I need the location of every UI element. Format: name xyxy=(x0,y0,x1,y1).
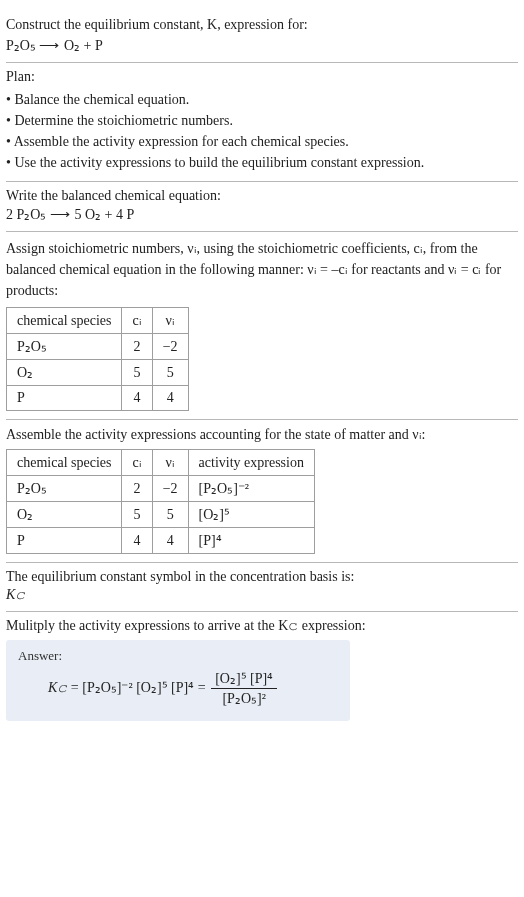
col-ci: cᵢ xyxy=(122,450,152,476)
basis-section: The equilibrium constant symbol in the c… xyxy=(6,563,518,612)
cell-activity: [O₂]⁵ xyxy=(188,502,314,528)
plan-item: • Use the activity expressions to build … xyxy=(6,152,518,173)
fraction-denominator: [P₂O₅]² xyxy=(211,689,277,707)
balanced-rhs: 5 O₂ + 4 P xyxy=(74,207,134,222)
intro-eq-rhs: O₂ + P xyxy=(64,38,103,53)
answer-expression: K𝚌 = [P₂O₅]⁻² [O₂]⁵ [P]⁴ = [O₂]⁵ [P]⁴ [P… xyxy=(18,670,338,707)
cell-ci: 5 xyxy=(122,360,152,386)
cell-vi: −2 xyxy=(152,334,188,360)
plan-list: • Balance the chemical equation. • Deter… xyxy=(6,89,518,173)
multiply-heading: Mulitply the activity expressions to arr… xyxy=(6,618,518,634)
answer-kc: K𝚌 xyxy=(48,680,67,695)
cell-ci: 2 xyxy=(122,476,152,502)
answer-term3: [P]⁴ xyxy=(171,680,194,695)
answer-label: Answer: xyxy=(18,648,338,664)
table-row: P 4 4 xyxy=(7,386,189,411)
balanced-section: Write the balanced chemical equation: 2 … xyxy=(6,182,518,232)
col-vi: νᵢ xyxy=(152,308,188,334)
cell-species: P₂O₅ xyxy=(7,476,122,502)
intro-text: Construct the equilibrium constant, K, e… xyxy=(6,14,518,35)
cell-species: P xyxy=(7,528,122,554)
plan-heading: Plan: xyxy=(6,69,518,85)
basis-heading: The equilibrium constant symbol in the c… xyxy=(6,569,518,585)
multiply-section: Mulitply the activity expressions to arr… xyxy=(6,612,518,729)
cell-ci: 5 xyxy=(122,502,152,528)
activity-table: chemical species cᵢ νᵢ activity expressi… xyxy=(6,449,315,554)
activity-section: Assemble the activity expressions accoun… xyxy=(6,420,518,563)
balanced-lhs: 2 P₂O₅ xyxy=(6,207,46,222)
equals-sign: = xyxy=(198,680,206,695)
cell-ci: 2 xyxy=(122,334,152,360)
plan-item: • Assemble the activity expression for e… xyxy=(6,131,518,152)
arrow-icon: ⟶ xyxy=(50,207,71,222)
cell-vi: 5 xyxy=(152,360,188,386)
intro-section: Construct the equilibrium constant, K, e… xyxy=(6,8,518,63)
cell-species: O₂ xyxy=(7,360,122,386)
answer-term1: [P₂O₅]⁻² xyxy=(82,680,132,695)
col-species: chemical species xyxy=(7,450,122,476)
stoich-text: Assign stoichiometric numbers, νᵢ, using… xyxy=(6,238,518,301)
activity-heading: Assemble the activity expressions accoun… xyxy=(6,426,518,443)
cell-activity: [P]⁴ xyxy=(188,528,314,554)
answer-fraction: [O₂]⁵ [P]⁴ [P₂O₅]² xyxy=(211,670,277,707)
table-row: O₂ 5 5 [O₂]⁵ xyxy=(7,502,315,528)
equals-sign: = xyxy=(71,680,79,695)
intro-eq-lhs: P₂O₅ xyxy=(6,38,36,53)
answer-box: Answer: K𝚌 = [P₂O₅]⁻² [O₂]⁵ [P]⁴ = [O₂]⁵… xyxy=(6,640,350,721)
table-row: chemical species cᵢ νᵢ activity expressi… xyxy=(7,450,315,476)
cell-vi: 4 xyxy=(152,386,188,411)
col-species: chemical species xyxy=(7,308,122,334)
cell-ci: 4 xyxy=(122,386,152,411)
table-row: P 4 4 [P]⁴ xyxy=(7,528,315,554)
plan-section: Plan: • Balance the chemical equation. •… xyxy=(6,63,518,182)
balanced-equation: 2 P₂O₅ ⟶ 5 O₂ + 4 P xyxy=(6,206,518,223)
intro-line1: Construct the equilibrium constant, K, e… xyxy=(6,17,308,32)
balanced-heading: Write the balanced chemical equation: xyxy=(6,188,518,204)
table-row: P₂O₅ 2 −2 [P₂O₅]⁻² xyxy=(7,476,315,502)
basis-symbol: K𝚌 xyxy=(6,587,518,603)
cell-vi: 5 xyxy=(152,502,188,528)
plan-item: • Balance the chemical equation. xyxy=(6,89,518,110)
table-row: O₂ 5 5 xyxy=(7,360,189,386)
col-ci: cᵢ xyxy=(122,308,152,334)
answer-term2: [O₂]⁵ xyxy=(136,680,167,695)
cell-species: P xyxy=(7,386,122,411)
col-activity: activity expression xyxy=(188,450,314,476)
table-row: chemical species cᵢ νᵢ xyxy=(7,308,189,334)
cell-species: O₂ xyxy=(7,502,122,528)
cell-ci: 4 xyxy=(122,528,152,554)
fraction-numerator: [O₂]⁵ [P]⁴ xyxy=(211,670,277,689)
arrow-icon: ⟶ xyxy=(39,38,60,53)
cell-vi: −2 xyxy=(152,476,188,502)
cell-species: P₂O₅ xyxy=(7,334,122,360)
cell-activity: [P₂O₅]⁻² xyxy=(188,476,314,502)
table-row: P₂O₅ 2 −2 xyxy=(7,334,189,360)
intro-equation: P₂O₅ ⟶ O₂ + P xyxy=(6,37,518,54)
stoich-table: chemical species cᵢ νᵢ P₂O₅ 2 −2 O₂ 5 5 … xyxy=(6,307,189,411)
stoich-section: Assign stoichiometric numbers, νᵢ, using… xyxy=(6,232,518,420)
col-vi: νᵢ xyxy=(152,450,188,476)
plan-item: • Determine the stoichiometric numbers. xyxy=(6,110,518,131)
cell-vi: 4 xyxy=(152,528,188,554)
